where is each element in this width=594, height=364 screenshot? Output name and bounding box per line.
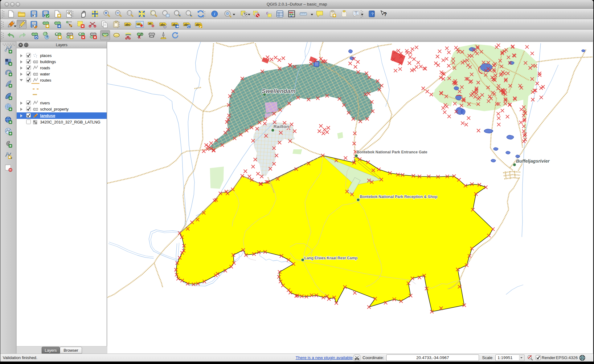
- svg-text:abc: abc: [125, 23, 130, 26]
- svg-text:✱: ✱: [58, 35, 61, 39]
- svg-text:?: ?: [384, 12, 387, 17]
- svg-text:✱: ✱: [70, 35, 73, 39]
- svg-text:ab: ab: [149, 22, 151, 25]
- svg-text:Bontebok National Park Recepti: Bontebok National Park Reception & Shop: [360, 195, 437, 199]
- svg-text:1:1: 1:1: [128, 12, 131, 14]
- svg-text:✱: ✱: [58, 14, 61, 18]
- svg-text:?: ?: [371, 12, 373, 16]
- svg-text:✱: ✱: [46, 24, 49, 28]
- svg-text:ab: ab: [137, 23, 140, 26]
- svg-text:Lang Elsies Kraal Rest Camp: Lang Elsies Kraal Rest Camp: [304, 256, 358, 260]
- svg-text:Railton: Railton: [273, 124, 289, 129]
- svg-text:Buffeljagsrivier: Buffeljagsrivier: [516, 158, 550, 164]
- svg-text:✱: ✱: [333, 14, 336, 17]
- svg-text:✱: ✱: [8, 156, 11, 159]
- svg-text:T: T: [355, 11, 357, 15]
- svg-text:Swellendam: Swellendam: [262, 88, 296, 94]
- svg-text:Bontebok National Park Entranc: Bontebok National Park Entrance Gate: [357, 150, 427, 154]
